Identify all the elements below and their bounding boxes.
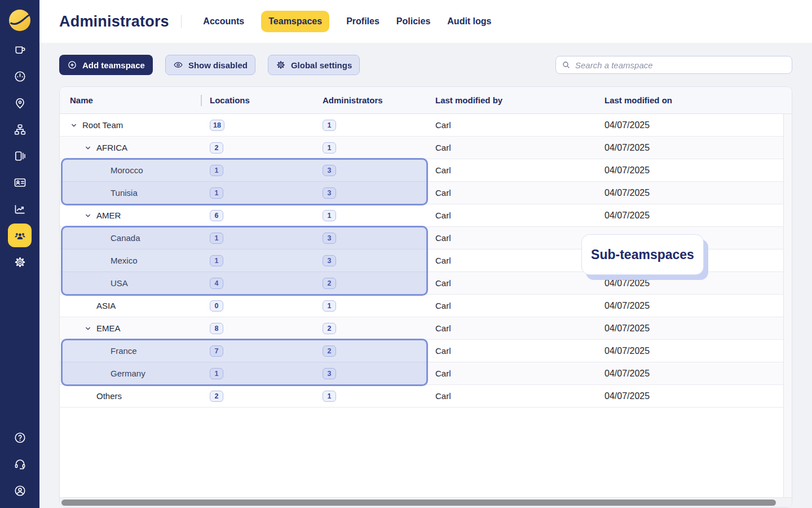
- table-row-germany[interactable]: Germany13Carl04/07/2025: [60, 362, 784, 385]
- headset-icon: [14, 458, 27, 471]
- administrators-badge: 1: [323, 210, 336, 221]
- global-settings-label: Global settings: [291, 60, 352, 70]
- table-row-others[interactable]: Others21Carl04/07/2025: [60, 385, 784, 408]
- chevron-down-icon[interactable]: [84, 212, 92, 220]
- last-modified-by: Carl: [435, 211, 604, 220]
- teamspace-name: USA: [111, 278, 128, 288]
- administrators-badge: 1: [323, 391, 336, 402]
- chevron-down-icon[interactable]: [84, 325, 92, 332]
- locations-badge: 8: [210, 323, 223, 334]
- last-modified-on: 04/07/2025: [604, 301, 784, 311]
- map-pin-icon: [14, 97, 27, 110]
- sidebar-item-users-group[interactable]: [8, 224, 32, 247]
- tab-policies[interactable]: Policies: [396, 16, 430, 27]
- teamspace-name: ASIA: [96, 301, 116, 310]
- org-chart-icon: [14, 123, 27, 136]
- administrators-badge: 1: [323, 142, 336, 154]
- table-row-africa[interactable]: AFRICA21Carl04/07/2025: [60, 137, 784, 159]
- show-disabled-button[interactable]: Show disabled: [165, 55, 255, 75]
- administrators-badge: 2: [323, 345, 336, 357]
- sidebar-item-org-chart[interactable]: [8, 117, 32, 141]
- locations-badge: 0: [210, 300, 223, 312]
- sidebar-item-line-chart[interactable]: [8, 197, 32, 221]
- search-icon: [562, 60, 571, 69]
- users-group-icon: [14, 229, 27, 242]
- column-header-last-modified-by: Last modified by: [435, 95, 604, 105]
- tab-teamspaces[interactable]: Teamspaces: [261, 11, 329, 32]
- administrators-badge: 3: [323, 368, 336, 379]
- last-modified-by: Carl: [435, 188, 604, 198]
- table-row-emea[interactable]: EMEA82Carl04/07/2025: [60, 317, 784, 340]
- sidebar-item-coffee-mug[interactable]: [8, 38, 32, 62]
- last-modified-by: Carl: [435, 256, 604, 265]
- last-modified-by: Carl: [435, 143, 604, 152]
- table-row-france[interactable]: France72Carl04/07/2025: [60, 340, 784, 362]
- horizontal-scrollbar-track[interactable]: [60, 497, 792, 507]
- user-circle-icon: [14, 484, 27, 497]
- eye-icon: [173, 60, 183, 70]
- column-header-administrators: Administrators: [323, 95, 435, 105]
- sidebar-item-contact-card[interactable]: [8, 170, 32, 194]
- table-row-root-team[interactable]: Root Team181Carl04/07/2025: [60, 114, 784, 137]
- locations-badge: 1: [210, 165, 223, 176]
- table-row-morocco[interactable]: Morocco13Carl04/07/2025: [60, 159, 784, 182]
- last-modified-on: 04/07/2025: [604, 165, 784, 176]
- help-circle-icon: [14, 431, 27, 444]
- gear-icon: [276, 60, 286, 70]
- gear-icon: [14, 256, 27, 269]
- last-modified-by: Carl: [435, 165, 604, 175]
- tab-profiles[interactable]: Profiles: [346, 16, 379, 27]
- teamspace-name: AFRICA: [96, 143, 127, 152]
- add-teamspace-button[interactable]: Add teamspace: [59, 55, 153, 75]
- horizontal-scrollbar-thumb[interactable]: [61, 500, 776, 506]
- vertical-scrollbar-track[interactable]: [783, 114, 792, 498]
- teamspace-name: Mexico: [111, 256, 138, 265]
- administrators-badge: 1: [323, 120, 336, 131]
- sidebar-bottom-icons: [8, 426, 32, 502]
- sidebar-item-help-circle[interactable]: [8, 426, 32, 449]
- sidebar-item-map-pin[interactable]: [8, 91, 32, 115]
- teamspace-name: EMEA: [96, 323, 121, 333]
- table-row-asia[interactable]: ASIA01Carl04/07/2025: [60, 295, 784, 317]
- locations-badge: 1: [210, 233, 223, 244]
- title-divider: [181, 15, 182, 28]
- last-modified-on: 04/07/2025: [604, 369, 784, 379]
- chevron-down-icon[interactable]: [70, 121, 78, 129]
- sidebar-item-gauge[interactable]: [8, 64, 32, 88]
- search-input[interactable]: [575, 60, 786, 70]
- teamspace-name: Germany: [111, 369, 145, 378]
- chevron-down-icon[interactable]: [84, 144, 92, 152]
- sidebar-item-panels[interactable]: [8, 144, 32, 168]
- table-row-tunisia[interactable]: Tunisia13Carl04/07/2025: [60, 182, 784, 204]
- teamspace-name: Canada: [111, 233, 140, 243]
- gauge-icon: [14, 70, 27, 83]
- sidebar-item-headset[interactable]: [8, 452, 32, 476]
- locations-badge: 1: [210, 368, 223, 379]
- teamspace-name: Root Team: [82, 120, 123, 130]
- table-header: NameLocationsAdministratorsLast modified…: [60, 87, 792, 114]
- locations-badge: 2: [210, 391, 223, 402]
- locations-badge: 1: [210, 187, 223, 199]
- administrators-badge: 3: [323, 165, 336, 176]
- sidebar-item-gear[interactable]: [8, 250, 32, 274]
- tab-accounts[interactable]: Accounts: [203, 16, 244, 27]
- locations-badge: 6: [210, 210, 223, 221]
- last-modified-by: Carl: [435, 278, 604, 288]
- last-modified-by: Carl: [435, 391, 604, 401]
- sidebar-item-user-circle[interactable]: [8, 479, 32, 502]
- tab-audit-logs[interactable]: Audit logs: [447, 16, 491, 27]
- contact-card-icon: [14, 176, 27, 189]
- locations-badge: 18: [210, 120, 224, 131]
- last-modified-by: Carl: [435, 346, 604, 356]
- brand-logo-icon[interactable]: [9, 10, 30, 31]
- global-settings-button[interactable]: Global settings: [268, 55, 360, 75]
- search-box[interactable]: [555, 56, 792, 74]
- last-modified-by: Carl: [435, 369, 604, 378]
- add-teamspace-label: Add teamspace: [82, 60, 145, 70]
- table-row-usa[interactable]: USA42Carl04/07/2025: [60, 272, 784, 295]
- last-modified-by: Carl: [435, 301, 604, 310]
- teamspace-name: Tunisia: [111, 188, 138, 198]
- table-row-amer[interactable]: AMER61Carl04/07/2025: [60, 204, 784, 227]
- column-header-locations: Locations: [210, 95, 323, 105]
- last-modified-by: Carl: [435, 120, 604, 130]
